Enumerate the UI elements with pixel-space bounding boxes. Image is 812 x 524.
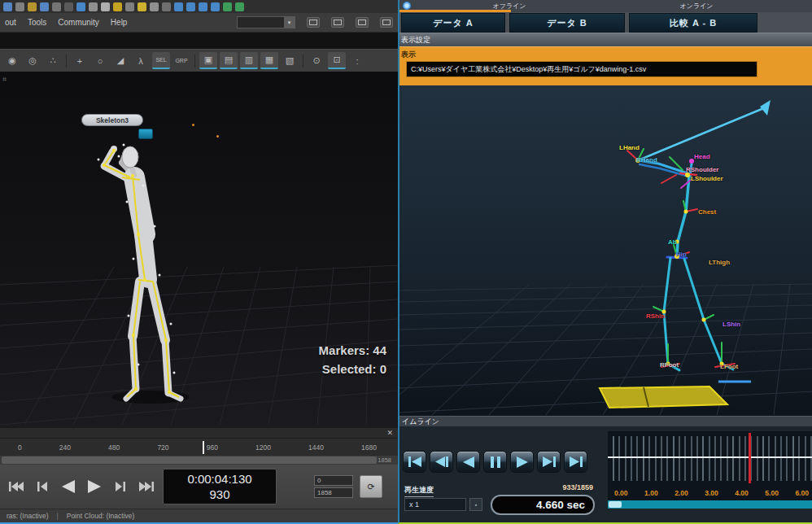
step-back-button[interactable] bbox=[430, 451, 453, 473]
range-start-field[interactable]: 0 bbox=[314, 475, 353, 486]
rotate-icon[interactable]: ○ bbox=[91, 52, 109, 69]
eye-icon[interactable]: ⊙ bbox=[308, 52, 325, 69]
step-forward-button[interactable] bbox=[537, 451, 561, 473]
file-path-field[interactable]: C:¥Users¥ダイヤ工業株式会社¥Desktop¥再生用¥ゴルフ¥danwi… bbox=[406, 61, 757, 77]
time-tick-label: 6.00 bbox=[795, 489, 809, 497]
ruler-tick bbox=[744, 436, 746, 481]
frame-ruler[interactable]: 0240480720960120014401680 bbox=[0, 438, 398, 456]
prev-frame-button[interactable] bbox=[33, 477, 52, 496]
skeleton-badge-icon[interactable] bbox=[138, 129, 153, 139]
save-icon[interactable] bbox=[28, 2, 37, 11]
skip-start-button[interactable] bbox=[403, 451, 426, 473]
timeline-scrollbar[interactable] bbox=[608, 500, 812, 509]
time-ruler[interactable]: 0.001.002.003.004.005.006.00 bbox=[608, 431, 812, 509]
gear-icon[interactable] bbox=[403, 2, 411, 10]
tab-compare-ab[interactable]: 比較 A - B bbox=[629, 13, 757, 33]
select-bones-button[interactable]: ▥ bbox=[240, 52, 258, 69]
timeline-scrollbar[interactable]: 1858 bbox=[0, 456, 398, 465]
play-reverse-button[interactable] bbox=[59, 477, 78, 496]
cam-view-4-icon[interactable] bbox=[211, 2, 220, 11]
scale-icon[interactable]: ◢ bbox=[111, 52, 129, 69]
link-icon[interactable] bbox=[162, 2, 171, 11]
rigid-body-icon[interactable] bbox=[125, 2, 134, 11]
left-3d-viewport[interactable]: ⌗ Skeleton3 Markers: 44 Selected: 0 bbox=[0, 72, 398, 427]
status-green-2-icon[interactable] bbox=[235, 2, 244, 11]
skip-start-button[interactable] bbox=[7, 477, 26, 496]
marker-icon[interactable]: ∴ bbox=[44, 52, 62, 69]
visibility-button[interactable]: ⊡ bbox=[328, 52, 346, 69]
cam-view-1-icon[interactable] bbox=[174, 2, 183, 11]
skeleton-icon[interactable]: λ bbox=[132, 52, 150, 69]
scrollbar-handle[interactable] bbox=[2, 456, 377, 464]
joint-label-chest: Chest bbox=[698, 208, 716, 216]
timeline-panel-header[interactable]: ✕ bbox=[0, 427, 398, 438]
speed-dropdown-icon[interactable]: ▪ bbox=[469, 498, 482, 511]
frame-playhead[interactable] bbox=[203, 441, 204, 454]
reset-icon[interactable] bbox=[150, 2, 159, 11]
layout-3-icon[interactable] bbox=[356, 17, 369, 28]
ruler-ticks bbox=[613, 436, 812, 481]
export-icon[interactable] bbox=[40, 2, 49, 11]
status-green-1-icon[interactable] bbox=[223, 2, 232, 11]
menu-tools[interactable]: Tools bbox=[28, 18, 46, 27]
tools-icon[interactable] bbox=[113, 2, 122, 11]
display-settings-bar[interactable]: 表示設定 bbox=[399, 33, 812, 46]
select-markers-button[interactable]: ▣ bbox=[199, 52, 217, 69]
ruler-tick bbox=[625, 436, 626, 481]
layout-1-icon[interactable] bbox=[307, 17, 320, 28]
tab-data-a[interactable]: データ A bbox=[401, 13, 505, 33]
mode-offline-b[interactable]: オンライン bbox=[644, 2, 749, 11]
menu-layout[interactable]: out bbox=[5, 18, 16, 27]
close-icon[interactable]: ✕ bbox=[386, 429, 393, 437]
more-icon[interactable]: : bbox=[348, 52, 366, 69]
mannequin-body[interactable] bbox=[104, 151, 181, 399]
pause-button[interactable] bbox=[483, 451, 507, 473]
select-skeleton-button[interactable]: ▦ bbox=[260, 52, 278, 69]
translate-icon[interactable]: + bbox=[71, 52, 89, 69]
zoom-icon[interactable]: ◉ bbox=[3, 52, 21, 69]
ruler-tick-label: 1200 bbox=[255, 443, 271, 452]
timeline-header[interactable]: イムライン bbox=[399, 416, 812, 426]
layout-4-icon[interactable] bbox=[380, 17, 393, 28]
skip-end-button[interactable] bbox=[137, 477, 156, 496]
play-button[interactable] bbox=[85, 477, 104, 496]
right-3d-viewport[interactable]: LHandRHandHeadRShoulderLShoulderChestAbH… bbox=[399, 85, 812, 416]
cam-view-3-icon[interactable] bbox=[199, 2, 207, 11]
menu-community[interactable]: Community bbox=[58, 18, 99, 27]
warning-icon[interactable] bbox=[138, 2, 146, 11]
frame-counter: 933/1859 bbox=[505, 483, 593, 491]
menu-help[interactable]: Help bbox=[111, 18, 128, 27]
tab-data-b[interactable]: データ B bbox=[509, 13, 625, 33]
grp-mode-button[interactable]: GRP bbox=[172, 52, 190, 69]
cam-view-2-icon[interactable] bbox=[186, 2, 195, 11]
probe-icon[interactable] bbox=[89, 2, 98, 11]
capture-icon[interactable] bbox=[76, 2, 85, 11]
skeleton-name-tag[interactable]: Skeleton3 bbox=[81, 114, 143, 126]
scrollbar-handle[interactable] bbox=[609, 501, 622, 508]
video-icon[interactable] bbox=[64, 2, 73, 11]
viewport-menu-icon[interactable]: ⌗ bbox=[2, 75, 7, 84]
combo-arrow-icon[interactable]: ▾ bbox=[284, 17, 295, 28]
search-combo[interactable]: ▾ bbox=[237, 16, 295, 28]
right-app-window: オフライン オンライン データ A データ B 比較 A - B 表示設定 表示… bbox=[398, 0, 812, 524]
play-button[interactable] bbox=[510, 451, 534, 473]
skip-end-button[interactable] bbox=[564, 451, 587, 473]
play-reverse-button[interactable] bbox=[456, 451, 480, 473]
next-frame-button[interactable] bbox=[111, 477, 130, 496]
status-pointcloud: Point Cloud: (Inactive) bbox=[67, 512, 135, 520]
camera-icon[interactable] bbox=[52, 2, 61, 11]
new-doc-icon[interactable] bbox=[3, 2, 12, 11]
open-icon[interactable] bbox=[15, 2, 24, 11]
playback-speed-select[interactable]: x 1 bbox=[404, 498, 466, 511]
ruler-tick bbox=[762, 436, 764, 481]
range-end-field[interactable]: 1858 bbox=[314, 487, 353, 498]
snapshot-icon[interactable]: ◎ bbox=[24, 52, 41, 69]
select-all-button[interactable]: ▧ bbox=[281, 52, 299, 69]
wand-icon[interactable] bbox=[101, 2, 110, 11]
ruler-tick bbox=[720, 436, 722, 481]
sel-mode-button[interactable]: SEL bbox=[152, 52, 170, 69]
time-playhead[interactable] bbox=[749, 433, 751, 483]
layout-2-icon[interactable] bbox=[331, 17, 344, 28]
select-rigid-button[interactable]: ▤ bbox=[220, 52, 238, 69]
loop-button[interactable]: ⟳ bbox=[360, 475, 382, 498]
